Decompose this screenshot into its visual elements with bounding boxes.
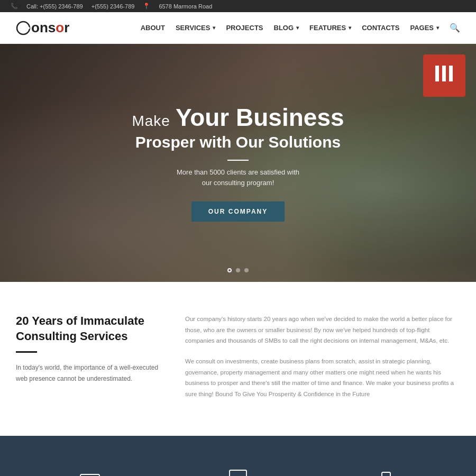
elementor-badge <box>423 54 465 97</box>
location-icon: 📍 <box>143 3 150 10</box>
nav-blog[interactable]: BLOG <box>274 24 299 32</box>
investment-icon-wrap <box>71 462 108 476</box>
logo-icon <box>16 21 31 35</box>
top-bar: 📞 Call: +(555) 2346-789 +(555) 2346-789 … <box>0 0 476 12</box>
address: 6578 Marmora Road <box>159 3 212 10</box>
service-investment[interactable]: Investment Advice <box>37 462 143 476</box>
phone1: Call: +(555) 2346-789 <box>26 3 83 10</box>
nav-contacts[interactable]: CONTACTS <box>362 24 399 32</box>
services-section: Investment Advice Creating Business Plan <box>0 436 476 476</box>
about-section: 20 Years of Immaculate Consulting Servic… <box>0 282 476 436</box>
svg-rect-2 <box>435 66 439 81</box>
about-paragraph-1: Our company's history starts 20 years ag… <box>185 314 460 346</box>
service-strategic-planning[interactable]: Strategic Planning <box>333 462 439 476</box>
logo[interactable]: ons ο r <box>16 20 69 36</box>
hero-subtitle: More than 5000 clients are satisfied wit… <box>106 167 370 189</box>
business-plan-icon-wrap <box>219 462 257 476</box>
nav-about[interactable]: ABOUT <box>141 24 165 32</box>
search-icon[interactable]: 🔍 <box>450 23 460 33</box>
about-title: 20 Years of Immaculate Consulting Servic… <box>16 314 164 344</box>
hero-dot-1[interactable] <box>227 268 232 272</box>
elementor-logo <box>431 60 457 91</box>
phone-icon: 📞 <box>11 3 18 10</box>
svg-rect-4 <box>449 66 453 81</box>
hero-content: Make Your Business Prosper with Our Solu… <box>106 104 370 222</box>
svg-rect-3 <box>442 66 446 81</box>
about-right: Our company's history starts 20 years ag… <box>185 314 460 409</box>
nav-pages[interactable]: PAGES <box>410 24 439 32</box>
main-nav: ABOUT SERVICES PROJECTS BLOG FEATURES CO… <box>141 23 460 33</box>
business-plan-icon <box>222 465 254 476</box>
nav-projects[interactable]: PROJECTS <box>226 24 263 32</box>
hero-divider <box>227 160 249 161</box>
logo-text2: r <box>64 20 69 36</box>
hero-dot-2[interactable] <box>236 268 240 272</box>
logo-text: ons <box>31 20 56 36</box>
header: ons ο r ABOUT SERVICES PROJECTS BLOG FEA… <box>0 12 476 44</box>
investment-icon <box>74 465 106 476</box>
service-business-plan[interactable]: Creating Business Plan <box>185 462 291 476</box>
strategic-planning-icon-wrap <box>368 462 405 476</box>
about-paragraph-2: We consult on investments, create busine… <box>185 356 460 400</box>
hero-section: Make Your Business Prosper with Our Solu… <box>0 44 476 282</box>
phone2: +(555) 2346-789 <box>91 3 135 10</box>
strategic-planning-icon <box>370 465 402 476</box>
svg-rect-11 <box>230 470 246 476</box>
hero-title-prefix: Make <box>132 113 170 130</box>
nav-services[interactable]: SERVICES <box>176 24 216 32</box>
nav-features[interactable]: FEATURES <box>309 24 351 32</box>
about-subtitle: In today's world, the importance of a we… <box>16 362 164 384</box>
hero-title-line2: Prosper with Our Solutions <box>106 133 370 151</box>
about-left: 20 Years of Immaculate Consulting Servic… <box>16 314 164 409</box>
about-divider <box>16 351 37 353</box>
hero-cta-button[interactable]: OUR COMPANY <box>191 202 285 222</box>
hero-dot-3[interactable] <box>244 268 249 272</box>
hero-title-main: Your Business <box>176 104 344 131</box>
logo-highlight: ο <box>56 20 64 36</box>
hero-dots <box>227 268 249 272</box>
